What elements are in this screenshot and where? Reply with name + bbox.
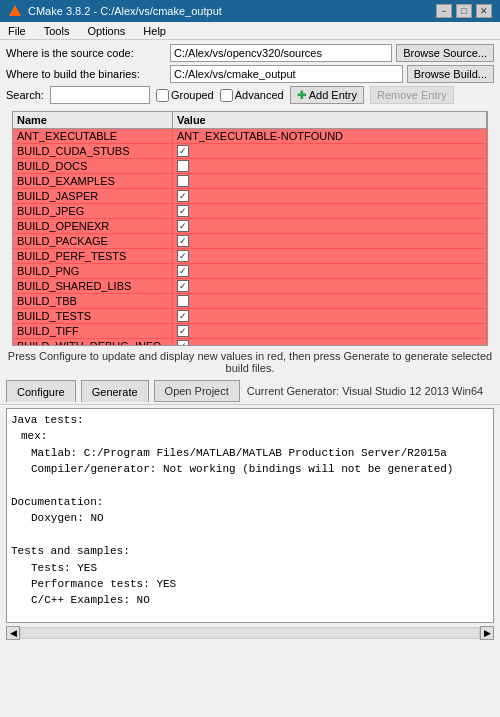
menu-help[interactable]: Help [139, 25, 170, 37]
advanced-checkbox-label[interactable]: Advanced [220, 89, 284, 102]
cell-value[interactable] [173, 174, 487, 188]
search-label: Search: [6, 89, 44, 101]
table-row[interactable]: ANT_EXECUTABLEANT_EXECUTABLE-NOTFOUND [13, 129, 487, 144]
bottom-scroll-area: ◀ ▶ [6, 626, 494, 640]
remove-entry-button[interactable]: Remove Entry [370, 86, 454, 104]
cell-name: BUILD_TESTS [13, 309, 173, 323]
log-line: C/C++ Examples: NO [31, 593, 489, 608]
table-row[interactable]: BUILD_CUDA_STUBS [13, 144, 487, 159]
source-row: Where is the source code: Browse Source.… [6, 44, 494, 62]
cell-value[interactable] [173, 279, 487, 293]
scroll-left-button[interactable]: ◀ [6, 626, 20, 640]
cell-value[interactable] [173, 189, 487, 203]
log-line [11, 528, 489, 543]
generator-text: Current Generator: Visual Studio 12 2013… [247, 385, 483, 397]
grouped-checkbox-label[interactable]: Grouped [156, 89, 214, 102]
menu-bar: File Tools Options Help [0, 22, 500, 40]
binaries-label: Where to build the binaries: [6, 68, 166, 80]
cell-name: BUILD_OPENEXR [13, 219, 173, 233]
menu-file[interactable]: File [4, 25, 30, 37]
table-row[interactable]: BUILD_TBB [13, 294, 487, 309]
table-row[interactable]: BUILD_PACKAGE [13, 234, 487, 249]
window-controls: − □ ✕ [436, 4, 492, 18]
browse-build-button[interactable]: Browse Build... [407, 65, 494, 83]
cell-value[interactable] [173, 324, 487, 338]
log-line: Compiler/generator: Not working (binding… [31, 462, 489, 477]
advanced-checkbox[interactable] [220, 89, 233, 102]
cell-value[interactable] [173, 339, 487, 346]
log-line: Documentation: [11, 495, 489, 510]
svg-marker-0 [9, 5, 21, 16]
table-row[interactable]: BUILD_DOCS [13, 159, 487, 174]
maximize-button[interactable]: □ [456, 4, 472, 18]
cell-value[interactable] [173, 144, 487, 158]
plus-icon: ✚ [297, 89, 306, 102]
header-value: Value [173, 112, 487, 128]
cell-value[interactable] [173, 219, 487, 233]
table-row[interactable]: BUILD_PERF_TESTS [13, 249, 487, 264]
source-input[interactable] [170, 44, 392, 62]
cell-value[interactable] [173, 294, 487, 308]
grouped-checkbox[interactable] [156, 89, 169, 102]
browse-source-button[interactable]: Browse Source... [396, 44, 494, 62]
table-row[interactable]: BUILD_JASPER [13, 189, 487, 204]
title-bar: CMake 3.8.2 - C:/Alex/vs/cmake_output − … [0, 0, 500, 22]
menu-tools[interactable]: Tools [40, 25, 74, 37]
log-line: Java tests: [11, 413, 489, 428]
configure-button[interactable]: Configure [6, 380, 76, 402]
cell-name: BUILD_JPEG [13, 204, 173, 218]
log-line: Performance tests: YES [31, 577, 489, 592]
table-body: ANT_EXECUTABLEANT_EXECUTABLE-NOTFOUNDBUI… [13, 129, 487, 346]
log-line: Doxygen: NO [31, 511, 489, 526]
open-project-button[interactable]: Open Project [154, 380, 240, 402]
cell-value[interactable] [173, 234, 487, 248]
cell-name: BUILD_CUDA_STUBS [13, 144, 173, 158]
log-line: Tests: YES [31, 561, 489, 576]
cell-value[interactable] [173, 204, 487, 218]
log-area: Java tests:mex:Matlab: C:/Program Files/… [6, 408, 494, 623]
source-label: Where is the source code: [6, 47, 166, 59]
config-table-wrapper: Name Value ANT_EXECUTABLEANT_EXECUTABLE-… [6, 111, 494, 346]
cell-name: ANT_EXECUTABLE [13, 129, 173, 143]
log-line: mex: [21, 429, 489, 444]
form-area: Where is the source code: Browse Source.… [0, 40, 500, 111]
cell-value[interactable] [173, 264, 487, 278]
cell-value[interactable]: ANT_EXECUTABLE-NOTFOUND [173, 129, 487, 143]
cell-name: BUILD_PNG [13, 264, 173, 278]
cell-name: BUILD_PERF_TESTS [13, 249, 173, 263]
table-row[interactable]: BUILD_OPENEXR [13, 219, 487, 234]
cell-name: BUILD_SHARED_LIBS [13, 279, 173, 293]
binaries-input[interactable] [170, 65, 403, 83]
generate-button[interactable]: Generate [81, 380, 149, 402]
action-tabs-row: Configure Generate Open Project Current … [0, 378, 500, 405]
close-button[interactable]: ✕ [476, 4, 492, 18]
horizontal-scrollbar[interactable] [20, 627, 480, 639]
table-row[interactable]: BUILD_SHARED_LIBS [13, 279, 487, 294]
table-row[interactable]: BUILD_EXAMPLES [13, 174, 487, 189]
binaries-row: Where to build the binaries: Browse Buil… [6, 65, 494, 83]
cell-name: BUILD_EXAMPLES [13, 174, 173, 188]
search-row: Search: Grouped Advanced ✚ Add Entry Rem… [6, 86, 494, 104]
table-row[interactable]: BUILD_TIFF [13, 324, 487, 339]
status-message: Press Configure to update and display ne… [0, 346, 500, 378]
config-table[interactable]: Name Value ANT_EXECUTABLEANT_EXECUTABLE-… [12, 111, 488, 346]
menu-options[interactable]: Options [83, 25, 129, 37]
window-title: CMake 3.8.2 - C:/Alex/vs/cmake_output [28, 5, 430, 17]
minimize-button[interactable]: − [436, 4, 452, 18]
table-row[interactable]: BUILD_TESTS [13, 309, 487, 324]
cell-name: BUILD_PACKAGE [13, 234, 173, 248]
scroll-right-button[interactable]: ▶ [480, 626, 494, 640]
log-line [11, 479, 489, 494]
table-row[interactable]: BUILD_WITH_DEBUG_INFO [13, 339, 487, 346]
cell-value[interactable] [173, 309, 487, 323]
app-icon [8, 4, 22, 18]
log-line [11, 610, 489, 623]
cell-name: BUILD_WITH_DEBUG_INFO [13, 339, 173, 346]
table-row[interactable]: BUILD_PNG [13, 264, 487, 279]
add-entry-button[interactable]: ✚ Add Entry [290, 86, 364, 104]
cell-value[interactable] [173, 249, 487, 263]
log-line: Tests and samples: [11, 544, 489, 559]
table-row[interactable]: BUILD_JPEG [13, 204, 487, 219]
search-input[interactable] [50, 86, 150, 104]
cell-value[interactable] [173, 159, 487, 173]
